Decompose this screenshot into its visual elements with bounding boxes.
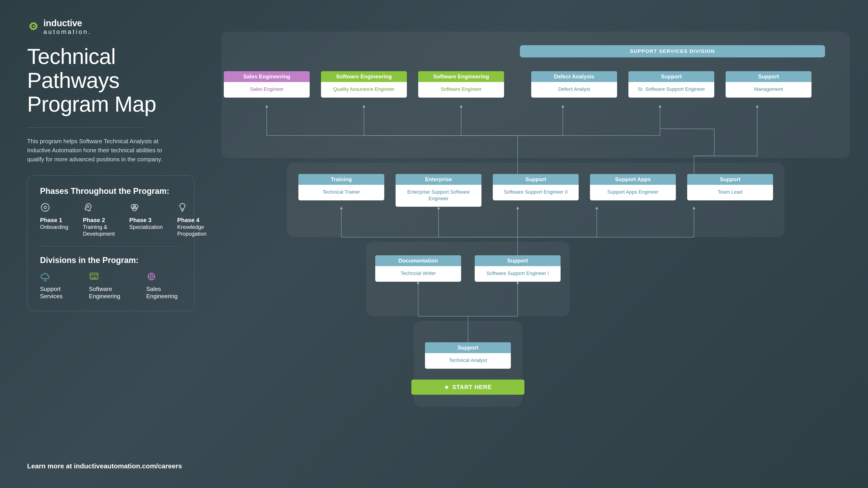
phase-name: Phase 3 bbox=[129, 217, 163, 224]
node-sr-support-engineer: Support Sr. Software Support Engineer bbox=[628, 71, 714, 98]
node-qa-engineer: Software Engineering Quality Assurance E… bbox=[321, 71, 407, 98]
phase-sub: Knowledge Propogation bbox=[177, 224, 206, 237]
svg-point-2 bbox=[44, 206, 46, 209]
node-header: Support bbox=[493, 174, 579, 185]
node-role: Software Engineer bbox=[418, 82, 504, 98]
node-header: Enterprise bbox=[396, 174, 482, 185]
phase-3: Phase 3 Specialization bbox=[129, 202, 163, 237]
node-software-engineer: Software Engineering Software Engineer bbox=[418, 71, 504, 98]
divisions-header: Divisions in the Program: bbox=[40, 256, 182, 265]
node-header: Training bbox=[298, 174, 384, 185]
node-team-lead: Support Team Lead bbox=[687, 174, 773, 200]
node-support-management: Support Management bbox=[725, 71, 811, 98]
legend-panel: Phases Throughout the Program: Phase 1 O… bbox=[27, 175, 194, 311]
node-defect-analyst: Defect Analysis Defect Analyst bbox=[531, 71, 617, 98]
browser-code-icon bbox=[89, 271, 99, 282]
node-role: Software Support Engineer I bbox=[475, 266, 561, 282]
node-role: Technical Trainer bbox=[298, 185, 384, 200]
start-here-label: START HERE bbox=[452, 384, 492, 391]
node-sales-engineer: Sales Engineering Sales Engineer bbox=[224, 71, 310, 98]
node-support-apps-engineer: Support Apps Support Apps Engineer bbox=[590, 174, 676, 200]
chip-icon bbox=[146, 271, 157, 282]
node-support-engineer-i: Support Software Support Engineer I bbox=[475, 255, 561, 282]
gear-icon bbox=[27, 21, 40, 33]
venn-icon bbox=[129, 202, 140, 213]
svg-point-3 bbox=[87, 205, 89, 207]
node-role: Quality Assurance Engineer bbox=[321, 82, 407, 98]
logo: inductive automation. bbox=[27, 18, 194, 35]
node-header: Support bbox=[425, 342, 511, 353]
division-support: Support Services bbox=[40, 271, 73, 300]
node-support-engineer-ii: Support Software Support Engineer II bbox=[493, 174, 579, 200]
node-header: Software Engineering bbox=[418, 71, 504, 82]
page-title: Technical Pathways Program Map bbox=[27, 44, 194, 116]
node-role: Management bbox=[725, 82, 811, 98]
head-gear-icon bbox=[83, 202, 93, 213]
phase-2: Phase 2 Training & Development bbox=[83, 202, 115, 237]
node-role: Sr. Software Support Engineer bbox=[628, 82, 714, 98]
node-enterprise-support: Enterprise Enterprise Support Software E… bbox=[396, 174, 482, 207]
division-name: Software Engineering bbox=[89, 285, 130, 300]
phase-1: Phase 1 Onboarding bbox=[40, 202, 68, 237]
org-diagram: SUPPORT SERVICES DIVISION bbox=[221, 16, 850, 459]
divider bbox=[40, 246, 182, 247]
division-sales: Sales Engineering bbox=[146, 271, 182, 300]
node-role: Support Apps Engineer bbox=[590, 185, 676, 200]
node-role: Techncial Writer bbox=[375, 266, 461, 282]
cta-link[interactable]: Learn more at inductiveautomation.com/ca… bbox=[27, 462, 182, 470]
phase-name: Phase 2 bbox=[83, 217, 115, 224]
star-icon bbox=[444, 385, 449, 390]
phase-sub: Specialization bbox=[129, 224, 163, 230]
node-header: Support bbox=[475, 255, 561, 266]
node-header: Defect Analysis bbox=[531, 71, 617, 82]
start-here-button[interactable]: START HERE bbox=[411, 380, 524, 395]
node-header: Support bbox=[687, 174, 773, 185]
phase-name: Phase 1 bbox=[40, 217, 68, 224]
division-name: Support Services bbox=[40, 285, 73, 300]
svg-rect-9 bbox=[150, 275, 153, 278]
gear-cycle-icon bbox=[40, 202, 51, 213]
node-role: Team Lead bbox=[687, 185, 773, 200]
node-header: Documentation bbox=[375, 255, 461, 266]
logo-text-2: automation. bbox=[43, 28, 91, 35]
svg-rect-8 bbox=[149, 274, 154, 279]
phase-sub: Training & Development bbox=[83, 224, 115, 237]
node-role: Sales Engineer bbox=[224, 82, 310, 98]
node-role: Technical Analyst bbox=[425, 353, 511, 369]
logo-text-1: inductive bbox=[43, 18, 91, 28]
node-technical-analyst: Support Technical Analyst bbox=[425, 342, 511, 369]
node-header: Support bbox=[725, 71, 811, 82]
divider bbox=[27, 127, 145, 128]
division-software: Software Engineering bbox=[89, 271, 130, 300]
node-header: Software Engineering bbox=[321, 71, 407, 82]
division-name: Sales Engineering bbox=[146, 285, 182, 300]
node-role: Enterprise Support Software Engineer bbox=[396, 185, 482, 207]
node-header: Support bbox=[628, 71, 714, 82]
lightbulb-icon bbox=[177, 202, 188, 213]
node-technical-writer: Documentation Techncial Writer bbox=[375, 255, 461, 282]
phases-header: Phases Throughout the Program: bbox=[40, 186, 182, 196]
intro-text: This program helps Software Technical An… bbox=[27, 137, 163, 164]
node-header: Sales Engineering bbox=[224, 71, 310, 82]
phase-sub: Onboarding bbox=[40, 224, 68, 230]
phase-4: Phase 4 Knowledge Propogation bbox=[177, 202, 206, 237]
phase-name: Phase 4 bbox=[177, 217, 206, 224]
node-technical-trainer: Training Technical Trainer bbox=[298, 174, 384, 200]
node-role: Software Support Engineer II bbox=[493, 185, 579, 200]
node-header: Support Apps bbox=[590, 174, 676, 185]
cloud-icon bbox=[40, 271, 51, 282]
node-role: Defect Analyst bbox=[531, 82, 617, 98]
